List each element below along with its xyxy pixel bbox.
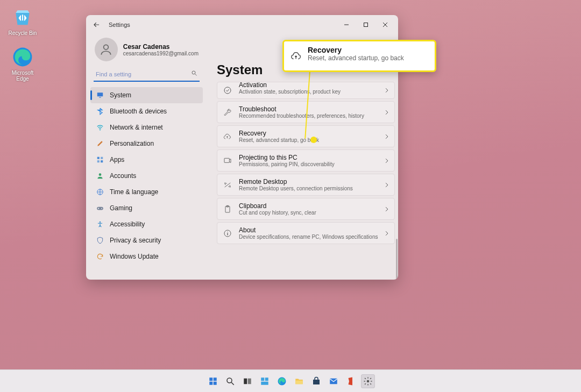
brush-icon <box>96 139 104 148</box>
sidebar-item-accessibility[interactable]: Accessibility <box>90 216 203 232</box>
svg-point-17 <box>100 222 101 223</box>
svg-rect-19 <box>224 158 229 162</box>
svg-line-5 <box>195 74 197 76</box>
svg-rect-38 <box>313 380 320 384</box>
svg-rect-2 <box>364 23 368 27</box>
settings-card-clipboard[interactable]: ClipboardCut and copy history, sync, cle… <box>217 198 395 220</box>
card-title: Remote Desktop <box>239 178 378 186</box>
sidebar-item-label: Bluetooth & devices <box>110 108 167 115</box>
store-icon <box>311 376 321 386</box>
svg-rect-34 <box>265 377 268 381</box>
chevron-right-icon <box>385 206 389 212</box>
sidebar-item-label: Network & internet <box>110 124 163 131</box>
sidebar-item-label: Accounts <box>110 172 136 180</box>
settings-icon <box>363 376 373 386</box>
settings-card-activation[interactable]: ActivationActivation state, subscription… <box>217 82 395 99</box>
titlebar: Settings <box>86 15 398 34</box>
svg-rect-31 <box>244 378 247 384</box>
taskbar-explorer-icon[interactable] <box>292 374 306 388</box>
taskbar-widgets-icon[interactable] <box>258 374 272 388</box>
clipboard-icon <box>223 204 232 214</box>
sidebar-item-apps[interactable]: Apps <box>90 152 203 168</box>
sidebar-item-time-language[interactable]: Time & language <box>90 184 203 200</box>
taskbar <box>0 369 581 392</box>
account-block[interactable]: Cesar Cadenas cesarcadenas1992@gmail.com <box>90 34 203 68</box>
info-icon <box>223 229 232 238</box>
svg-point-4 <box>192 71 195 74</box>
desktop-icon-edge[interactable]: Microsoft Edge <box>6 46 39 82</box>
svg-rect-35 <box>261 381 268 384</box>
globe-icon <box>96 188 104 196</box>
card-subtitle: Recommended troubleshooters, preferences… <box>239 113 378 119</box>
settings-card-remote-desktop[interactable]: Remote DesktopRemote Desktop users, conn… <box>217 174 395 196</box>
taskbar-office-icon[interactable] <box>344 374 358 388</box>
close-button[interactable] <box>375 17 395 32</box>
avatar <box>95 38 118 61</box>
explorer-icon <box>294 376 304 386</box>
sidebar-item-gaming[interactable]: Gaming <box>90 200 203 216</box>
game-icon <box>96 204 104 212</box>
apps-icon <box>96 155 104 164</box>
svg-point-29 <box>227 378 232 383</box>
card-subtitle: Cut and copy history, sync, clear <box>239 210 378 216</box>
search-icon <box>225 376 235 386</box>
minimize-button[interactable] <box>337 17 356 32</box>
sidebar-item-privacy-security[interactable]: Privacy & security <box>90 232 203 248</box>
taskbar-taskview-icon[interactable] <box>240 374 254 388</box>
desktop-icon-recycle-bin[interactable]: Recycle Bin <box>6 6 39 36</box>
svg-point-8 <box>100 130 101 131</box>
recovery-icon <box>223 132 232 141</box>
taskbar-search-icon[interactable] <box>223 374 237 388</box>
svg-rect-39 <box>330 378 337 384</box>
taskbar-edge-icon[interactable] <box>275 374 289 388</box>
chevron-right-icon <box>385 134 389 139</box>
svg-point-40 <box>367 380 370 382</box>
edge-icon <box>12 46 33 68</box>
sidebar-item-system[interactable]: System <box>90 87 203 103</box>
mail-icon <box>329 376 338 386</box>
office-icon <box>346 376 356 386</box>
svg-rect-26 <box>214 377 217 381</box>
back-button[interactable] <box>93 21 105 28</box>
taskbar-start-icon[interactable] <box>206 374 220 388</box>
taskbar-store-icon[interactable] <box>309 374 323 388</box>
bluetooth-icon <box>96 107 104 116</box>
sidebar-item-windows-update[interactable]: Windows Update <box>90 248 203 265</box>
search-input[interactable] <box>94 68 200 82</box>
sidebar-item-label: Windows Update <box>110 253 159 260</box>
maximize-button[interactable] <box>356 17 375 32</box>
callout-end-dot <box>310 137 317 143</box>
widgets-icon <box>260 376 270 386</box>
svg-rect-7 <box>99 97 101 98</box>
sidebar-item-label: Time & language <box>110 188 158 196</box>
chevron-right-icon <box>385 182 389 188</box>
update-icon <box>96 252 104 261</box>
taskbar-settings-icon[interactable] <box>361 374 375 388</box>
chevron-right-icon <box>385 110 389 115</box>
svg-rect-37 <box>295 380 303 384</box>
card-title: Projecting to this PC <box>239 154 378 161</box>
sidebar-item-personalization[interactable]: Personalization <box>90 136 203 152</box>
sidebar-item-bluetooth-devices[interactable]: Bluetooth & devices <box>90 103 203 119</box>
edge-icon <box>277 376 287 386</box>
recycle-bin-icon <box>12 6 33 28</box>
scrollbar[interactable] <box>396 239 398 280</box>
sidebar-item-label: Personalization <box>110 140 154 147</box>
settings-card-about[interactable]: AboutDevice specifications, rename PC, W… <box>217 222 395 244</box>
remote-icon <box>223 180 232 190</box>
svg-rect-32 <box>248 378 251 384</box>
svg-point-13 <box>99 173 102 176</box>
svg-point-18 <box>224 87 231 94</box>
callout-recovery: Recovery Reset, advanced startup, go bac… <box>282 40 436 72</box>
card-title: Recovery <box>239 130 378 137</box>
sidebar-item-network-internet[interactable]: Network & internet <box>90 119 203 136</box>
recovery-icon <box>290 50 302 62</box>
settings-card-projecting-to-this-pc[interactable]: Projecting to this PCPermissions, pairin… <box>217 149 395 172</box>
sidebar-item-accounts[interactable]: Accounts <box>90 168 203 184</box>
taskbar-mail-icon[interactable] <box>327 374 341 388</box>
svg-rect-28 <box>214 381 217 384</box>
account-name: Cesar Cadenas <box>123 43 199 51</box>
svg-rect-12 <box>101 160 103 162</box>
svg-rect-10 <box>101 157 103 159</box>
chevron-right-icon <box>385 158 389 163</box>
